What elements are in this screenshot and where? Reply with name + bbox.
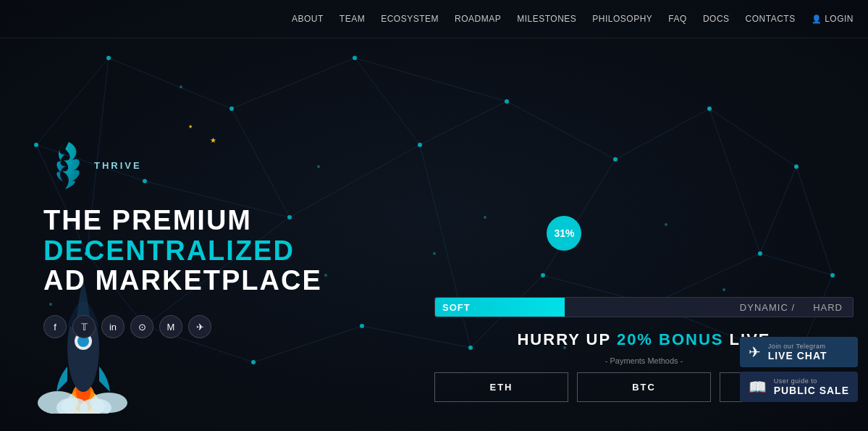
nav-contacts[interactable]: CONTACTS [746, 14, 796, 24]
progress-bubble-wrap: 31% [434, 251, 854, 294]
book-icon: 📖 [749, 378, 767, 396]
star-decoration-2: ★ [188, 118, 193, 131]
nav-faq[interactable]: FAQ [668, 14, 687, 24]
headline: THE PREMIUM DECENTRALIZED AD MARKETPLACE [43, 206, 420, 296]
telegram-small-label: Join our Telegram [768, 343, 827, 350]
nav-login[interactable]: LOGIN [812, 14, 854, 24]
float-buttons: ✈ Join our Telegram LIVE CHAT 📖 User gui… [740, 337, 858, 402]
pay-btc-button[interactable]: BTC [577, 372, 711, 402]
social-medium[interactable]: M [159, 315, 182, 338]
guide-button[interactable]: 📖 User guide to PUBLIC SALE [740, 372, 858, 402]
main-content: THRIVE THE PREMIUM DECENTRALIZED AD MARK… [0, 38, 868, 431]
progress-hard-label: HARD [813, 302, 843, 313]
nav-docs[interactable]: DOCS [703, 14, 730, 24]
nav-ecosystem[interactable]: ECOSYSTEM [381, 14, 439, 24]
social-icons: f 𝕋 in ⊙ M ✈ [43, 315, 420, 338]
social-twitter[interactable]: 𝕋 [72, 315, 96, 338]
progress-bar: SOFT DYNAMIC / HARD [434, 297, 854, 317]
progress-bubble: 31% [547, 216, 581, 251]
telegram-icon: ✈ [749, 343, 761, 361]
social-telegram[interactable]: ✈ [188, 315, 211, 338]
telegram-big-label: LIVE CHAT [768, 350, 827, 361]
social-linkedin[interactable]: in [101, 315, 125, 338]
nav-team[interactable]: TEAM [340, 14, 365, 24]
headline-line2: DECENTRALIZED [43, 236, 420, 267]
pay-eth-button[interactable]: ETH [434, 372, 568, 402]
telegram-chat-button[interactable]: ✈ Join our Telegram LIVE CHAT [740, 337, 858, 367]
headline-line3: AD MARKETPLACE [43, 266, 420, 296]
nav-milestones[interactable]: MILESTONES [517, 14, 576, 24]
social-github[interactable]: ⊙ [130, 315, 153, 338]
main-nav: ABOUT TEAM ECOSYSTEM ROADMAP MILESTONES … [0, 0, 868, 38]
logo-text: THRIVE [94, 160, 142, 171]
nav-about[interactable]: ABOUT [292, 14, 324, 24]
guide-small-label: User guide to [774, 377, 849, 385]
progress-soft-label: SOFT [442, 302, 471, 313]
star-decoration: ★ [210, 133, 216, 146]
nav-roadmap[interactable]: ROADMAP [455, 14, 501, 24]
progress-dynamic-label: DYNAMIC / [740, 302, 795, 313]
guide-big-label: PUBLIC SALE [774, 385, 849, 396]
nav-philosophy[interactable]: PHILOSOPHY [592, 14, 652, 24]
logo-icon [43, 138, 87, 193]
social-facebook[interactable]: f [43, 315, 67, 338]
left-section: THRIVE THE PREMIUM DECENTRALIZED AD MARK… [43, 38, 420, 431]
headline-line1: THE PREMIUM [43, 206, 420, 236]
logo-area: THRIVE [43, 138, 420, 193]
progress-section: 31% SOFT DYNAMIC / HARD [434, 251, 854, 317]
